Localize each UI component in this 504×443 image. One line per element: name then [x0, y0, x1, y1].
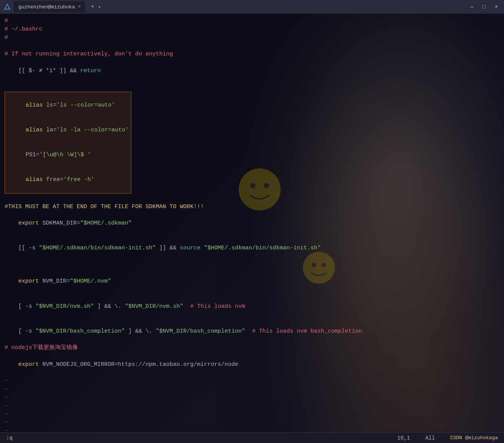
line-1: # [5, 17, 499, 25]
line-11: alias free='free -h' [5, 168, 129, 192]
window-controls: — □ × [469, 4, 499, 10]
maximize-button[interactable]: □ [481, 4, 487, 10]
tab-dropdown-button[interactable]: ▾ [98, 4, 101, 10]
tab-close-button[interactable]: × [78, 4, 81, 10]
line-10: PS1='[\u@\h \W]\$ ' [5, 142, 129, 167]
line-8: alias ls='ls --color=auto' [5, 93, 129, 118]
tab-label: guzhenzhen@mizuhoka [18, 4, 75, 10]
line-16 [5, 261, 499, 269]
line-21: export NVM_NODEJS_ORG_MIRROR=https://npm… [5, 352, 499, 377]
line-7 [5, 83, 499, 92]
line-14: export SDKMAN_DIR="$HOME/.sdkman" [5, 211, 499, 236]
highlighted-alias-block: alias ls='ls --color=auto' alias la='ls … [5, 92, 131, 194]
line-4 [5, 42, 499, 50]
line-12 [5, 194, 499, 203]
line-18: [ -s "$NVM_DIR/nvm.sh" ] && \. "$NVM_DIR… [5, 294, 499, 319]
view-mode: All [425, 435, 435, 441]
titlebar: guzhenzhen@mizuhoka × + ▾ — □ × [0, 0, 504, 14]
line-9: alias la='ls -la --color=auto' [5, 118, 129, 142]
close-button[interactable]: × [493, 4, 499, 10]
line-20: # nodejs下载更换淘宝镜像 [5, 344, 499, 352]
statusbar: :q 10,1 All CSDN @mizuhokaga [0, 432, 504, 443]
line-3: # [5, 34, 499, 42]
statusbar-right: 10,1 All CSDN @mizuhokaga [397, 435, 498, 441]
line-17: export NVM_DIR="$HOME/.nvm" [5, 269, 499, 294]
statusbar-command: :q [6, 435, 13, 441]
svg-marker-0 [5, 4, 10, 9]
line-5: # If not running interactively, don't do… [5, 50, 499, 58]
app-icon [4, 3, 11, 10]
line-2: # ~/.bashrc [5, 25, 499, 34]
line-6: [[ $- ≠ *i* ]] && return [5, 58, 499, 83]
terminal-content: # # ~/.bashrc # # If not running interac… [0, 14, 504, 443]
line-13: #THIS MUST BE AT THE END OF THE FILE FOR… [5, 203, 499, 211]
line-19: [ -s "$NVM_DIR/bash_completion" ] && \. … [5, 319, 499, 344]
new-tab-button[interactable]: + [88, 3, 97, 11]
line-15: [[ -s "$HOME/.sdkman/bin/sdkman-init.sh"… [5, 236, 499, 261]
attribution: CSDN @mizuhokaga [450, 435, 498, 441]
minimize-button[interactable]: — [469, 4, 475, 10]
cursor-position: 10,1 [397, 435, 410, 441]
active-tab[interactable]: guzhenzhen@mizuhoka × [14, 1, 85, 13]
